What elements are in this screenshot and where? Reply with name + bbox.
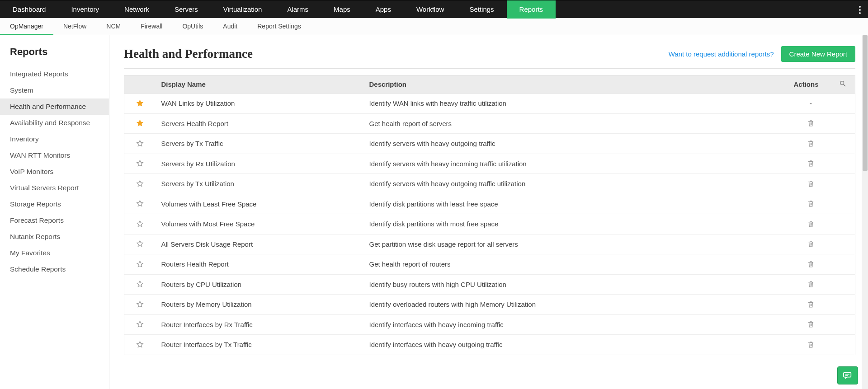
sidebar-item-schedule-reports[interactable]: Schedule Reports (0, 261, 109, 277)
delete-button[interactable] (806, 199, 816, 209)
cell-display-name[interactable]: Routers by CPU Utilization (156, 274, 364, 295)
topnav-item-dashboard[interactable]: Dashboard (0, 0, 58, 19)
subnav-item-opmanager[interactable]: OpManager (0, 18, 53, 35)
cell-display-name[interactable]: Servers Health Report (156, 113, 364, 134)
topnav-item-servers[interactable]: Servers (162, 0, 211, 19)
cell-display-name[interactable]: Router Interfaces by Rx Traffic (156, 314, 364, 335)
sidebar-item-health-and-performance[interactable]: Health and Performance (0, 98, 109, 115)
cell-display-name[interactable]: Volumes with Most Free Space (156, 214, 364, 234)
sidebar-item-nutanix-reports[interactable]: Nutanix Reports (0, 229, 109, 245)
favorite-toggle[interactable] (135, 199, 145, 209)
scrollbar-track[interactable] (862, 35, 868, 389)
cell-display-name[interactable]: Servers by Tx Utilization (156, 174, 364, 194)
page-title: Health and Performance (124, 47, 253, 61)
subnav-item-oputils[interactable]: OpUtils (172, 18, 213, 35)
favorite-toggle[interactable] (135, 339, 145, 349)
chat-icon (843, 370, 853, 380)
delete-button[interactable] (806, 178, 816, 188)
delete-button[interactable] (806, 219, 816, 229)
topnav-item-virtualization[interactable]: Virtualization (211, 0, 275, 19)
subnav-item-netflow[interactable]: NetFlow (53, 18, 96, 35)
delete-button[interactable] (806, 159, 816, 169)
kebab-menu-button[interactable] (852, 0, 868, 19)
topnav-item-apps[interactable]: Apps (363, 0, 404, 19)
delete-button[interactable] (806, 138, 816, 148)
table-row[interactable]: Servers by Tx UtilizationIdentify server… (124, 174, 855, 194)
delete-button[interactable] (806, 239, 816, 249)
cell-display-name[interactable]: WAN Links by Utilization (156, 94, 364, 114)
favorite-toggle[interactable] (135, 319, 145, 329)
favorite-toggle[interactable] (135, 118, 145, 128)
subnav-item-report-settings[interactable]: Report Settings (247, 18, 311, 35)
topnav-item-workflow[interactable]: Workflow (404, 0, 457, 19)
sidebar-item-wan-rtt-monitors[interactable]: WAN RTT Monitors (0, 147, 109, 164)
sidebar-item-inventory[interactable]: Inventory (0, 131, 109, 147)
table-row[interactable]: Servers by Rx UtilizationIdentify server… (124, 154, 855, 174)
sidebar-item-voip-monitors[interactable]: VoIP Monitors (0, 164, 109, 180)
topnav-item-alarms[interactable]: Alarms (274, 0, 321, 19)
sidebar-item-integrated-reports[interactable]: Integrated Reports (0, 66, 109, 82)
trash-icon (807, 239, 815, 248)
sidebar-item-my-favorites[interactable]: My Favorites (0, 245, 109, 261)
favorite-toggle[interactable] (135, 178, 145, 188)
table-row[interactable]: Routers Health ReportGet health report o… (124, 254, 855, 275)
table-row[interactable]: Router Interfaces by Rx TrafficIdentify … (124, 314, 855, 335)
table-row[interactable]: Servers by Tx TrafficIdentify servers wi… (124, 134, 855, 154)
favorite-toggle[interactable] (135, 219, 145, 229)
scrollbar-thumb[interactable] (863, 35, 868, 171)
cell-display-name[interactable]: Volumes with Least Free Space (156, 194, 364, 214)
sidebar: Reports Integrated ReportsSystemHealth a… (0, 35, 109, 389)
delete-button[interactable] (806, 339, 816, 349)
cell-actions (788, 174, 834, 194)
delete-button[interactable] (806, 259, 816, 269)
sidebar-item-storage-reports[interactable]: Storage Reports (0, 196, 109, 212)
subnav-item-firewall[interactable]: Firewall (131, 18, 172, 35)
table-search-button[interactable] (839, 80, 846, 87)
cell-description: Identify servers with heavy outgoing tra… (364, 174, 788, 194)
table-row[interactable]: Servers Health ReportGet health report o… (124, 113, 855, 134)
cell-display-name[interactable]: Routers by Memory Utilization (156, 295, 364, 315)
favorite-toggle[interactable] (135, 239, 145, 249)
table-row[interactable]: Routers by CPU UtilizationIdentify busy … (124, 274, 855, 295)
delete-button[interactable] (806, 118, 816, 128)
favorite-toggle[interactable] (135, 98, 145, 108)
favorite-toggle[interactable] (135, 159, 145, 169)
topnav-item-reports[interactable]: Reports (507, 0, 556, 19)
star-icon (136, 139, 144, 148)
sidebar-item-forecast-reports[interactable]: Forecast Reports (0, 212, 109, 229)
star-icon (136, 179, 144, 188)
chat-widget-button[interactable] (837, 366, 858, 384)
table-row[interactable]: Routers by Memory UtilizationIdentify ov… (124, 295, 855, 315)
sidebar-item-virtual-servers-report[interactable]: Virtual Servers Report (0, 180, 109, 196)
create-new-report-button[interactable]: Create New Report (781, 46, 855, 62)
table-row[interactable]: All Servers Disk Usage ReportGet partiti… (124, 234, 855, 254)
topnav-item-network[interactable]: Network (112, 0, 162, 19)
cell-display-name[interactable]: All Servers Disk Usage Report (156, 234, 364, 254)
delete-button[interactable] (806, 279, 816, 289)
subnav-item-ncm[interactable]: NCM (96, 18, 131, 35)
cell-display-name[interactable]: Servers by Rx Utilization (156, 154, 364, 174)
table-row[interactable]: Volumes with Most Free SpaceIdentify dis… (124, 214, 855, 234)
topnav-item-maps[interactable]: Maps (321, 0, 363, 19)
cell-favorite (124, 113, 156, 134)
favorite-toggle[interactable] (135, 279, 145, 289)
favorite-toggle[interactable] (135, 259, 145, 269)
favorite-toggle[interactable] (135, 299, 145, 309)
sidebar-item-system[interactable]: System (0, 82, 109, 98)
cell-display-name[interactable]: Servers by Tx Traffic (156, 134, 364, 154)
sidebar-item-availability-and-response[interactable]: Availability and Response (0, 115, 109, 131)
subnav-item-audit[interactable]: Audit (213, 18, 247, 35)
topnav-item-inventory[interactable]: Inventory (58, 0, 112, 19)
table-row[interactable]: WAN Links by UtilizationIdentify WAN lin… (124, 94, 855, 114)
col-header-name[interactable]: Display Name (156, 75, 364, 94)
request-reports-link[interactable]: Want to request additional reports? (669, 50, 774, 58)
cell-display-name[interactable]: Routers Health Report (156, 254, 364, 275)
table-row[interactable]: Volumes with Least Free SpaceIdentify di… (124, 194, 855, 214)
delete-button[interactable] (806, 299, 816, 309)
table-row[interactable]: Router Interfaces by Tx TrafficIdentify … (124, 335, 855, 355)
delete-button[interactable] (806, 319, 816, 329)
col-header-desc[interactable]: Description (364, 75, 788, 94)
cell-display-name[interactable]: Router Interfaces by Tx Traffic (156, 335, 364, 355)
favorite-toggle[interactable] (135, 138, 145, 148)
topnav-item-settings[interactable]: Settings (457, 0, 506, 19)
